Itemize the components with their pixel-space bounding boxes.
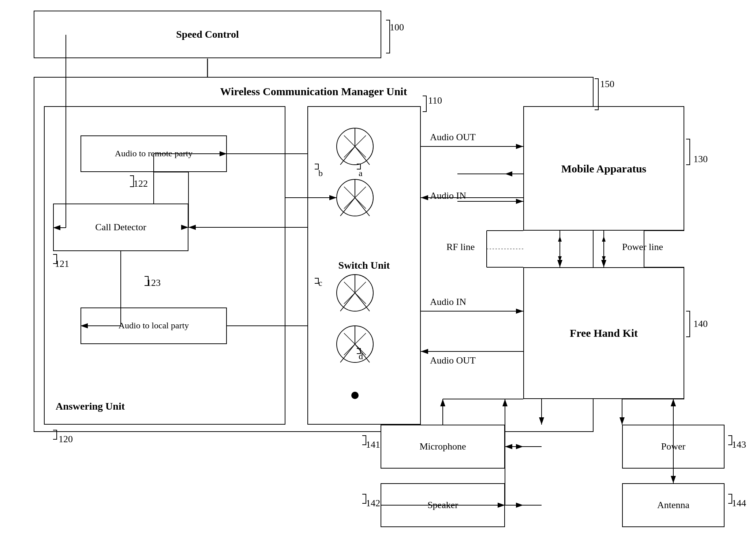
- audio-in-top-label: Audio IN: [430, 190, 466, 201]
- ref-143: 143: [732, 439, 746, 450]
- call-detector-label: Call Detector: [95, 221, 146, 234]
- free-hand-kit-label: Free Hand Kit: [570, 325, 638, 341]
- ref-130: 130: [693, 154, 708, 165]
- free-hand-kit-box: Free Hand Kit: [523, 267, 684, 399]
- audio-in-bottom-label: Audio IN: [430, 297, 466, 308]
- power-label: Power: [661, 440, 685, 453]
- ref-141: 141: [366, 439, 380, 450]
- speaker-box: Speaker: [381, 483, 505, 527]
- ref-150: 150: [600, 79, 614, 90]
- power-line-label: Power line: [622, 242, 663, 253]
- microphone-box: Microphone: [381, 425, 505, 469]
- switch-d-label: d: [359, 351, 363, 361]
- speaker-label: Speaker: [427, 499, 458, 511]
- antenna-label: Antenna: [657, 499, 689, 511]
- ref-110: 110: [428, 95, 442, 106]
- ref-123: 123: [146, 277, 161, 288]
- wcmu-label: Wireless Communication Manager Unit: [220, 84, 407, 98]
- audio-out-top-label: Audio OUT: [430, 132, 476, 143]
- speed-control-label: Speed Control: [176, 28, 239, 41]
- audio-remote-box: Audio to remote party: [81, 135, 227, 172]
- ref-144: 144: [732, 498, 746, 509]
- power-box: Power: [622, 425, 725, 469]
- mobile-apparatus-box: Mobile Apparatus: [523, 106, 684, 231]
- audio-local-box: Audio to local party: [81, 308, 227, 344]
- rf-line-label: RF line: [446, 242, 475, 253]
- ref-120: 120: [59, 434, 73, 445]
- ref-142: 142: [366, 498, 380, 509]
- microphone-label: Microphone: [419, 440, 466, 453]
- switch-unit-label: Switch Unit: [338, 259, 390, 272]
- switch-c-label: c: [318, 278, 322, 288]
- call-detector-box: Call Detector: [53, 204, 188, 251]
- switch-b-label: b: [318, 168, 323, 178]
- switch-a-label: a: [359, 168, 363, 178]
- mobile-apparatus-label: Mobile Apparatus: [561, 161, 647, 176]
- switch-unit-box: Switch Unit: [307, 106, 421, 425]
- ref-122: 122: [134, 178, 148, 189]
- answering-unit-label: Answering Unit: [56, 400, 125, 413]
- ref-100: 100: [390, 22, 404, 33]
- audio-remote-label: Audio to remote party: [115, 148, 193, 159]
- speed-control-box: Speed Control: [34, 11, 381, 58]
- ref-140: 140: [693, 318, 708, 329]
- audio-out-bottom-label: Audio OUT: [430, 355, 476, 366]
- antenna-box: Antenna: [622, 483, 725, 527]
- audio-local-label: Audio to local party: [119, 320, 189, 331]
- ref-121: 121: [55, 258, 69, 269]
